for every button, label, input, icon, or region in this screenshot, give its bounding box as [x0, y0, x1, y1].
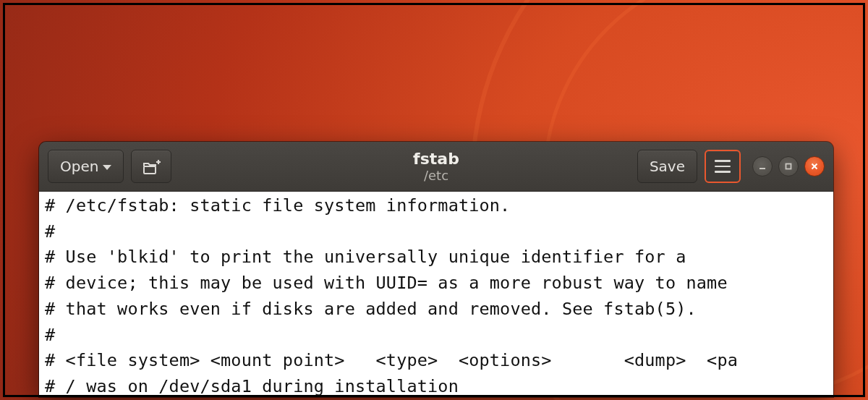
save-button[interactable]: Save — [637, 150, 697, 183]
file-title: fstab — [413, 150, 459, 168]
minimize-button[interactable] — [752, 156, 773, 176]
chevron-down-icon — [103, 165, 111, 170]
save-button-label: Save — [650, 158, 685, 175]
gedit-window: Open fstab /etc Save — [39, 142, 833, 397]
close-icon — [810, 162, 819, 171]
svg-rect-4 — [786, 164, 791, 169]
maximize-icon — [784, 162, 793, 171]
file-content[interactable]: # /etc/fstab: static file system informa… — [39, 192, 833, 397]
open-button-label: Open — [60, 158, 98, 175]
svg-rect-0 — [144, 166, 156, 174]
minimize-icon — [758, 162, 767, 171]
new-tab-button[interactable] — [131, 150, 171, 183]
file-path: /etc — [413, 169, 459, 184]
new-tab-icon — [142, 158, 161, 174]
open-button[interactable]: Open — [48, 150, 124, 183]
maximize-button[interactable] — [778, 156, 799, 176]
editor-viewport[interactable]: # /etc/fstab: static file system informa… — [39, 192, 833, 397]
hamburger-menu-icon — [715, 160, 731, 173]
window-controls — [752, 156, 825, 176]
window-titlebar: Open fstab /etc Save — [39, 142, 833, 192]
window-title-block: fstab /etc — [413, 150, 459, 184]
close-button[interactable] — [804, 156, 825, 176]
hamburger-menu-button[interactable] — [705, 150, 741, 183]
